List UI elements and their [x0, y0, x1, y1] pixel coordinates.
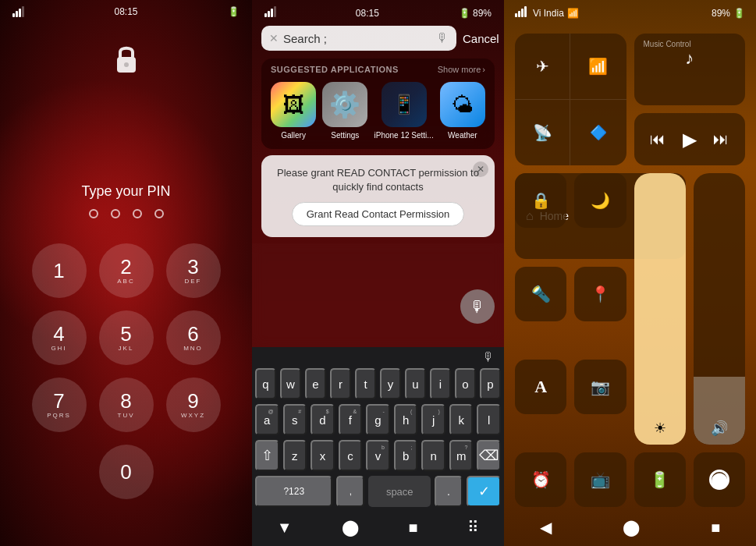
cc-volume-slider[interactable]: 🔊 [694, 173, 745, 445]
key-4[interactable]: 4GHI [32, 310, 87, 365]
key-6[interactable]: 6MNO [166, 310, 221, 365]
key-1[interactable]: 1 [32, 243, 87, 298]
nav-back-button[interactable]: ▼ [277, 518, 293, 537]
cc-music-label: Music Control [644, 40, 736, 48]
key-8[interactable]: 8TUV [99, 378, 154, 432]
search-x-icon[interactable]: ✕ [269, 32, 279, 44]
cc-do-not-disturb-tile[interactable]: 🌙 [574, 173, 626, 228]
app-grid: 🖼 Gallery ⚙️ Settings 📱 iPhone 12 Setti.… [261, 79, 495, 149]
key-b[interactable]: b; [394, 440, 418, 471]
do-not-disturb-icon: 🌙 [591, 191, 610, 210]
cc-wifi-status: 📶 [567, 8, 579, 19]
key-s[interactable]: s# [283, 404, 307, 435]
key-9[interactable]: 9WXYZ [166, 378, 221, 432]
search-input[interactable] [283, 32, 431, 45]
app-iphone-settings[interactable]: 📱 iPhone 12 Setti... [374, 82, 434, 140]
keyboard-mic-icon[interactable]: 🎙 [482, 350, 495, 364]
key-backspace[interactable]: ⌫ [477, 440, 501, 471]
key-numbers[interactable]: ?123 [255, 476, 332, 507]
cc-nav-home[interactable]: ⬤ [623, 518, 640, 537]
cc-next-button[interactable]: ⏭ [713, 130, 729, 148]
key-f[interactable]: f& [339, 404, 363, 435]
cc-location-off-tile[interactable]: 📍 [574, 267, 626, 321]
key-u[interactable]: u [405, 368, 426, 399]
key-m[interactable]: m? [449, 440, 474, 471]
key-x[interactable]: x [311, 440, 335, 471]
key-o[interactable]: o [455, 368, 476, 399]
cc-screen-record-tile[interactable]: 📺 [574, 452, 626, 507]
key-k[interactable]: k [449, 404, 474, 435]
key-w[interactable]: w [280, 368, 301, 399]
app-gallery[interactable]: 🖼 Gallery [271, 82, 316, 140]
key-n[interactable]: n [421, 440, 445, 471]
key-z[interactable]: z [283, 440, 307, 471]
cc-nav-back[interactable]: ◀ [540, 518, 552, 537]
lock-signal [12, 6, 24, 20]
key-h[interactable]: h( [394, 404, 418, 435]
key-g[interactable]: g- [366, 404, 390, 435]
lock-status-bar: 08:15 🔋 [0, 0, 252, 26]
cc-flashlight-tile[interactable]: 🔦 [515, 267, 566, 321]
key-p[interactable]: p [480, 368, 501, 399]
cancel-button[interactable]: Cancel [463, 32, 499, 45]
cc-airplane-button[interactable]: ✈ [515, 34, 570, 100]
svg-point-1 [124, 62, 129, 67]
cc-battery-tile[interactable]: 🔋 [634, 452, 686, 507]
key-r[interactable]: r [330, 368, 351, 399]
key-0[interactable]: 0 [99, 445, 154, 499]
key-t[interactable]: t [355, 368, 376, 399]
nav-recents-button[interactable]: ■ [409, 518, 418, 537]
kb-row-3: ⇧ z x c vb b; n m? ⌫ [252, 438, 504, 473]
volume-icon: 🔊 [711, 420, 728, 437]
key-d[interactable]: d$ [311, 404, 335, 435]
cc-cellular-button[interactable]: 📶 [570, 34, 626, 100]
cc-alarm-tile[interactable]: ⏰ [515, 452, 566, 507]
app-settings[interactable]: ⚙️ Settings [322, 82, 367, 140]
nav-home-button[interactable]: ⬤ [342, 518, 359, 537]
floating-mic-button[interactable]: 🎙 [460, 289, 495, 324]
key-e[interactable]: e [305, 368, 326, 399]
key-shift[interactable]: ⇧ [255, 440, 279, 471]
search-nav-bar: ▼ ⬤ ■ ⠿ [252, 512, 504, 546]
grant-permission-button[interactable]: Grant Read Contact Permission [292, 202, 465, 226]
key-space[interactable]: space [368, 476, 431, 507]
cc-camera-tile[interactable]: 📷 [574, 360, 626, 414]
kb-row-2: a@ s# d$ f& g- h( j) k l [252, 402, 504, 438]
key-2[interactable]: 2ABC [99, 243, 154, 298]
search-input-wrap[interactable]: ✕ 🎙 [261, 26, 456, 51]
key-7[interactable]: 7PQRS [32, 378, 87, 432]
permission-close-button[interactable]: ✕ [473, 161, 488, 177]
key-5[interactable]: 5JKL [99, 310, 154, 365]
key-comma[interactable]: , [336, 476, 364, 507]
nav-apps-button[interactable]: ⠿ [467, 518, 479, 537]
key-q[interactable]: q [255, 368, 276, 399]
key-3[interactable]: 3DEF [166, 243, 221, 298]
key-a[interactable]: a@ [255, 404, 279, 435]
app-weather[interactable]: 🌤 Weather [440, 82, 485, 140]
cc-text-size-tile[interactable]: A [515, 360, 566, 414]
pin-dot-3 [133, 209, 142, 218]
cc-nav-recents[interactable]: ■ [711, 518, 720, 537]
cc-prev-button[interactable]: ⏮ [650, 130, 665, 148]
cc-battery-icon: 🔋 [733, 8, 745, 19]
mic-icon[interactable]: 🎙 [436, 31, 449, 45]
cc-wifi-button[interactable]: 📡 [515, 100, 570, 166]
key-v[interactable]: vb [366, 440, 390, 471]
cc-play-button[interactable]: ▶ [683, 129, 697, 151]
key-j[interactable]: j) [421, 404, 445, 435]
pin-dot-1 [89, 209, 98, 218]
key-go[interactable]: ✓ [467, 476, 501, 507]
key-l[interactable]: l [477, 404, 501, 435]
key-period[interactable]: . [435, 476, 463, 507]
key-y[interactable]: y [380, 368, 401, 399]
key-c[interactable]: c [339, 440, 363, 471]
cc-voice-memo-tile[interactable]: ⬤ [694, 452, 745, 507]
keypad: 1 2ABC 3DEF 4GHI 5JKL 6MNO 7PQRS 8TUV 9W… [32, 243, 221, 432]
key-i[interactable]: i [430, 368, 451, 399]
cc-screen-rotation-tile[interactable]: 🔒 [515, 173, 566, 228]
brightness-icon: ☀ [654, 420, 666, 437]
cc-bluetooth-button[interactable]: 🔷 [570, 100, 626, 166]
show-more[interactable]: Show more › [438, 65, 485, 74]
alarm-icon: ⏰ [531, 470, 551, 489]
cc-brightness-slider[interactable]: ☀ [634, 173, 686, 445]
